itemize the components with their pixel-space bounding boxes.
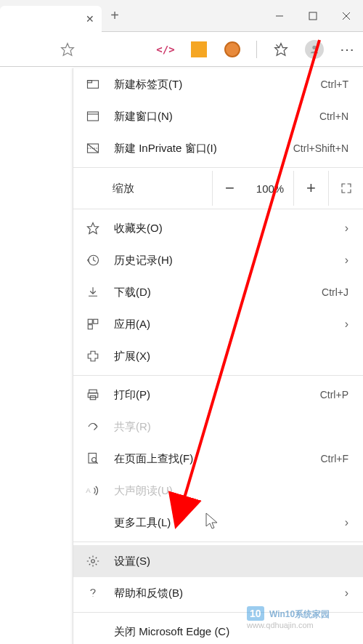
extension-square-icon[interactable]: [189, 40, 208, 59]
zoom-value: 100%: [247, 182, 293, 195]
menu-find[interactable]: 在页面上查找(F) Ctrl+F: [73, 443, 363, 475]
toolbar: </> ⋯: [0, 32, 363, 67]
chevron-right-icon: ›: [345, 587, 348, 600]
print-icon: [85, 387, 101, 403]
extension-circle-icon[interactable]: [223, 40, 242, 59]
more-menu-button[interactable]: ⋯: [338, 40, 357, 59]
menu-label: 帮助和反馈(B): [114, 587, 332, 600]
menu-label: 大声朗读(U): [114, 484, 348, 498]
watermark-title: Win10系统家园: [269, 609, 330, 619]
zoom-out-button[interactable]: −: [212, 171, 247, 206]
settings-menu: 新建标签页(T) Ctrl+T 新建窗口(N) Ctrl+N 新建 InPriv…: [73, 68, 363, 644]
svg-rect-1: [309, 12, 317, 20]
menu-label: 收藏夹(O): [114, 222, 332, 236]
menu-divider: [73, 209, 363, 209]
menu-new-inprivate[interactable]: 新建 InPrivate 窗口(I) Ctrl+Shift+N: [73, 132, 363, 164]
menu-read-aloud: A 大声朗读(U): [73, 475, 363, 507]
window-controls: [263, 0, 363, 32]
new-tab-button[interactable]: +: [102, 7, 128, 24]
fullscreen-button[interactable]: [328, 171, 363, 206]
close-tab-icon[interactable]: ✕: [86, 13, 94, 25]
menu-label: 新建窗口(N): [114, 110, 306, 124]
svg-rect-18: [94, 319, 98, 323]
chevron-right-icon: ›: [345, 254, 348, 267]
browser-tab[interactable]: ✕: [0, 6, 102, 32]
menu-shortcut: Ctrl+F: [321, 453, 349, 464]
menu-label: 应用(A): [114, 318, 332, 331]
favorite-star-icon[interactable]: [58, 40, 77, 59]
find-icon: [85, 451, 101, 467]
menu-label: 新建标签页(T): [114, 78, 308, 92]
minimize-button[interactable]: [263, 0, 296, 32]
blank-icon: [85, 624, 101, 640]
menu-shortcut: Ctrl+P: [320, 389, 348, 401]
menu-label: 共享(R): [114, 420, 348, 434]
menu-shortcut: Ctrl+T: [321, 79, 349, 90]
zoom-in-button[interactable]: +: [293, 171, 328, 206]
new-tab-icon: [85, 76, 101, 92]
maximize-button[interactable]: [296, 0, 330, 32]
svg-marker-4: [62, 43, 74, 55]
svg-rect-9: [88, 81, 92, 83]
menu-more-tools[interactable]: 更多工具(L) ›: [73, 507, 363, 539]
menu-divider: [73, 167, 363, 168]
inprivate-icon: [85, 140, 101, 156]
chevron-right-icon: ›: [345, 318, 348, 331]
svg-rect-21: [88, 393, 98, 398]
menu-help[interactable]: 帮助和反馈(B) ›: [73, 577, 363, 609]
devtools-icon[interactable]: </>: [156, 40, 175, 59]
settings-gear-icon: [85, 553, 101, 569]
blank-icon: [85, 515, 101, 531]
menu-label: 在页面上查找(F): [114, 452, 308, 466]
menu-new-window[interactable]: 新建窗口(N) Ctrl+N: [73, 100, 363, 132]
svg-point-27: [91, 560, 95, 563]
menu-downloads[interactable]: 下载(D) Ctrl+J: [73, 276, 363, 308]
svg-point-7: [312, 45, 316, 49]
close-window-button[interactable]: [330, 0, 363, 32]
collections-star-icon[interactable]: [272, 40, 290, 59]
svg-rect-19: [88, 325, 92, 329]
menu-share: 共享(R): [73, 411, 363, 443]
menu-favorites[interactable]: 收藏夹(O) ›: [73, 212, 363, 244]
menu-apps[interactable]: 应用(A) ›: [73, 308, 363, 340]
extensions-icon: [85, 348, 101, 364]
menu-zoom: 缩放 − 100% +: [73, 171, 363, 206]
svg-rect-20: [89, 390, 97, 393]
svg-marker-15: [88, 223, 99, 234]
svg-point-24: [92, 458, 97, 462]
menu-history[interactable]: 历史记录(H) ›: [73, 244, 363, 276]
menu-divider: [73, 542, 363, 542]
menu-label: 历史记录(H): [114, 254, 332, 267]
menu-print[interactable]: 打印(P) Ctrl+P: [73, 379, 363, 411]
svg-rect-17: [88, 319, 92, 323]
apps-icon: [85, 316, 101, 332]
svg-text:A: A: [86, 486, 91, 494]
svg-rect-10: [88, 112, 99, 121]
watermark: 10 Win10系统家园 www.qdhuajin.com: [247, 606, 357, 629]
watermark-url: www.qdhuajin.com: [247, 621, 357, 629]
share-icon: [85, 419, 101, 435]
menu-label: 设置(S): [114, 555, 348, 568]
menu-label: 扩展(X): [114, 350, 348, 363]
help-icon: [85, 585, 101, 601]
zoom-label: 缩放: [113, 182, 134, 196]
menu-shortcut: Ctrl+J: [322, 286, 348, 298]
svg-rect-8: [88, 81, 99, 89]
menu-new-tab[interactable]: 新建标签页(T) Ctrl+T: [73, 68, 363, 100]
chevron-right-icon: ›: [345, 516, 348, 529]
history-icon: [85, 252, 101, 268]
menu-label: 下载(D): [114, 286, 309, 299]
read-aloud-icon: A: [85, 483, 101, 499]
menu-label: 更多工具(L): [114, 516, 332, 530]
titlebar: ✕ +: [0, 0, 363, 32]
menu-divider: [73, 375, 363, 376]
menu-shortcut: Ctrl+Shift+N: [293, 142, 348, 154]
watermark-badge: 10: [247, 606, 264, 621]
new-window-icon: [85, 108, 101, 124]
favorites-icon: [85, 220, 101, 236]
menu-label: 新建 InPrivate 窗口(I): [114, 142, 280, 156]
menu-shortcut: Ctrl+N: [319, 110, 348, 122]
menu-extensions[interactable]: 扩展(X): [73, 340, 363, 372]
menu-settings[interactable]: 设置(S): [73, 545, 363, 577]
profile-avatar[interactable]: [305, 40, 324, 59]
